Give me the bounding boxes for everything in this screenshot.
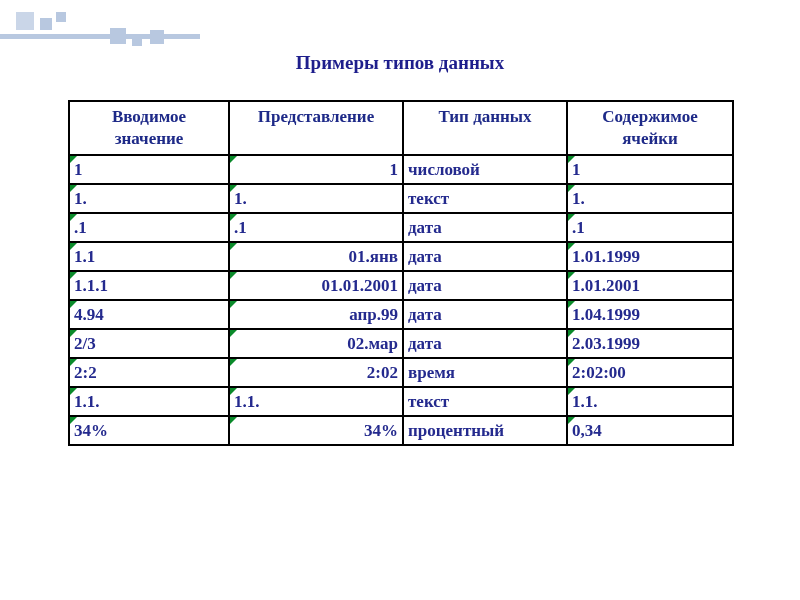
header-content: Содержимое ячейки — [567, 101, 733, 155]
cell-type: дата — [403, 271, 567, 300]
cell-representation: 01.01.2001 — [229, 271, 403, 300]
cell-representation: апр.99 — [229, 300, 403, 329]
cell-content: 1. — [567, 184, 733, 213]
slide-title: Примеры типов данных — [0, 52, 800, 74]
data-types-table: Вводимое значение Представление Тип данн… — [68, 100, 732, 446]
cell-content: 0,34 — [567, 416, 733, 445]
cell-input: 1. — [69, 184, 229, 213]
cell-content: 1.04.1999 — [567, 300, 733, 329]
cell-input: .1 — [69, 213, 229, 242]
cell-type: дата — [403, 329, 567, 358]
header-type: Тип данных — [403, 101, 567, 155]
cell-representation: 34% — [229, 416, 403, 445]
cell-type: дата — [403, 242, 567, 271]
cell-type: дата — [403, 300, 567, 329]
table-row: 34%34%процентный0,34 — [69, 416, 733, 445]
cell-content: 1.01.2001 — [567, 271, 733, 300]
cell-representation: 01.янв — [229, 242, 403, 271]
cell-content: 1 — [567, 155, 733, 184]
cell-content: 2:02:00 — [567, 358, 733, 387]
cell-representation: 02.мар — [229, 329, 403, 358]
cell-content: 2.03.1999 — [567, 329, 733, 358]
cell-type: текст — [403, 387, 567, 416]
table-row: 1.1.текст1. — [69, 184, 733, 213]
cell-representation: 1. — [229, 184, 403, 213]
cell-representation: 2:02 — [229, 358, 403, 387]
header-representation: Представление — [229, 101, 403, 155]
cell-type: время — [403, 358, 567, 387]
cell-representation: 1.1. — [229, 387, 403, 416]
cell-input: 2/3 — [69, 329, 229, 358]
table-row: .1.1дата.1 — [69, 213, 733, 242]
slide-decoration — [0, 12, 210, 52]
cell-representation: 1 — [229, 155, 403, 184]
table-row: 2:22:02время2:02:00 — [69, 358, 733, 387]
table-row: 1.101.янвдата1.01.1999 — [69, 242, 733, 271]
table-row: 11числовой1 — [69, 155, 733, 184]
cell-input: 34% — [69, 416, 229, 445]
cell-content: 1.01.1999 — [567, 242, 733, 271]
table-row: 4.94апр.99дата1.04.1999 — [69, 300, 733, 329]
cell-type: дата — [403, 213, 567, 242]
cell-input: 1 — [69, 155, 229, 184]
table-row: 1.1.101.01.2001дата1.01.2001 — [69, 271, 733, 300]
cell-input: 2:2 — [69, 358, 229, 387]
cell-type: числовой — [403, 155, 567, 184]
header-input: Вводимое значение — [69, 101, 229, 155]
cell-content: .1 — [567, 213, 733, 242]
cell-input: 4.94 — [69, 300, 229, 329]
cell-type: процентный — [403, 416, 567, 445]
cell-type: текст — [403, 184, 567, 213]
cell-content: 1.1. — [567, 387, 733, 416]
cell-input: 1.1. — [69, 387, 229, 416]
cell-representation: .1 — [229, 213, 403, 242]
cell-input: 1.1 — [69, 242, 229, 271]
table-row: 1.1.1.1.текст1.1. — [69, 387, 733, 416]
table-row: 2/302.мардата2.03.1999 — [69, 329, 733, 358]
cell-input: 1.1.1 — [69, 271, 229, 300]
